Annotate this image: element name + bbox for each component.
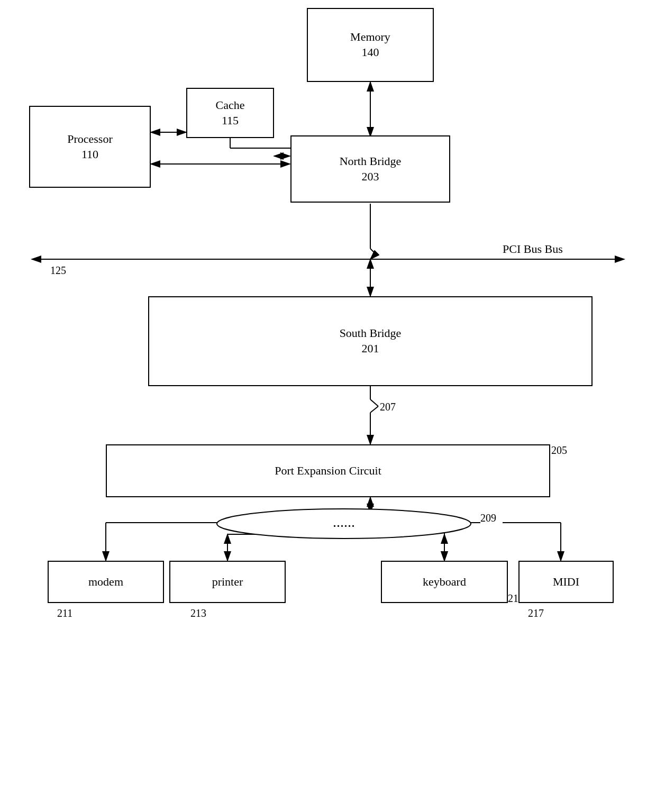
keyboard-label: keyboard xyxy=(423,574,466,590)
pci-bus-number: 125 xyxy=(50,264,66,277)
cache-number: 115 xyxy=(222,113,239,129)
svg-text:......: ...... xyxy=(333,514,355,530)
north-bridge-number: 203 xyxy=(362,169,379,185)
svg-line-12 xyxy=(370,254,376,259)
modem-number: 211 xyxy=(57,607,72,619)
svg-line-16 xyxy=(370,406,378,413)
cache-label: Cache xyxy=(216,98,245,113)
south-bridge-box: South Bridge 201 xyxy=(148,296,593,386)
bus-ellipse: ...... xyxy=(212,508,476,540)
memory-label: Memory xyxy=(350,30,390,45)
printer-label: printer xyxy=(212,574,243,590)
south-bridge-label: South Bridge xyxy=(340,326,402,341)
north-bridge-box: North Bridge 203 xyxy=(290,135,450,203)
processor-number: 110 xyxy=(81,147,98,162)
keyboard-box: keyboard xyxy=(381,561,508,603)
modem-box: modem xyxy=(48,561,164,603)
pci-bus-label: PCI Bus Bus xyxy=(503,242,563,256)
midi-number: 217 xyxy=(528,607,544,619)
memory-box: Memory 140 xyxy=(307,8,434,82)
port-expansion-number: 205 xyxy=(551,444,567,457)
cache-box: Cache 115 xyxy=(186,88,274,138)
svg-line-15 xyxy=(370,399,378,406)
midi-box: MIDI xyxy=(518,561,614,603)
memory-number: 140 xyxy=(362,45,379,60)
processor-box: Processor 110 xyxy=(29,106,151,188)
svg-line-11 xyxy=(370,249,376,254)
connector-207-label: 207 xyxy=(380,401,396,413)
south-bridge-number: 201 xyxy=(362,341,379,357)
printer-box: printer xyxy=(169,561,286,603)
north-bridge-label: North Bridge xyxy=(340,154,402,169)
printer-number: 213 xyxy=(190,607,206,619)
diagram: Memory 140 Cache 115 Processor 110 North… xyxy=(0,0,656,812)
port-expansion-label: Port Expansion Circuit xyxy=(275,463,381,479)
bus-209-label: 209 xyxy=(480,512,496,524)
processor-label: Processor xyxy=(67,132,113,147)
port-expansion-box: Port Expansion Circuit xyxy=(106,444,550,497)
modem-label: modem xyxy=(88,574,123,590)
midi-label: MIDI xyxy=(553,574,579,590)
